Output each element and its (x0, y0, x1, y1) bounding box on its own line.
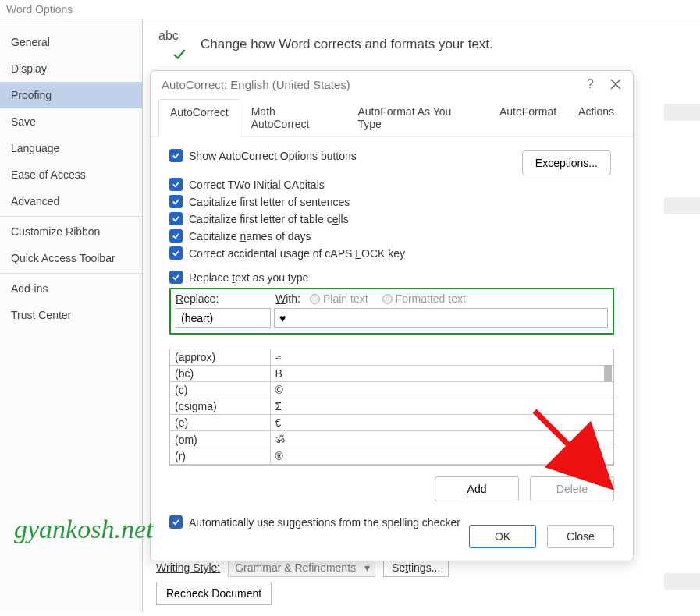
replace-with-highlight: Replace: With: Plain text Formatted text (169, 288, 614, 335)
checkbox-caps-lock[interactable] (169, 246, 183, 260)
sidebar-item-general[interactable]: General (0, 29, 142, 55)
table-row[interactable]: (bc)B (170, 366, 613, 382)
with-label: With: (275, 292, 310, 305)
tab-actions[interactable]: Actions (567, 99, 625, 136)
table-row[interactable]: (om)ॐ (170, 431, 613, 448)
tab-autoformat[interactable]: AutoFormat (489, 99, 567, 136)
checkbox-label: Replace text as you type (189, 271, 308, 284)
checkbox-label: Show AutoCorrect Options buttons (189, 150, 357, 162)
tab-autocorrect[interactable]: AutoCorrect (158, 99, 240, 137)
checkbox-label: Correct accidental usage of cAPS LOCK ke… (189, 247, 405, 260)
sidebar-item-proofing[interactable]: Proofing (0, 82, 142, 108)
sidebar-item-quick-access-toolbar[interactable]: Quick Access Toolbar (0, 245, 142, 271)
checkbox-label: Capitalize first letter of table cells (189, 213, 349, 225)
sidebar-item-advanced[interactable]: Advanced (0, 188, 142, 214)
sidebar-separator (0, 216, 142, 217)
bottom-controls: Writing Style: Grammar & Refinements Set… (156, 558, 449, 600)
radio-plain-text (310, 294, 320, 304)
tab-math-autocorrect[interactable]: Math AutoCorrect (240, 99, 347, 136)
checkbox-label: Correct TWo INitial CApitals (189, 179, 325, 191)
add-button[interactable]: Add (435, 476, 519, 501)
table-row[interactable]: (e)€ (170, 415, 613, 431)
ok-button[interactable]: OK (469, 525, 536, 548)
radio-formatted-text (382, 294, 393, 304)
scroll-track-segment (664, 104, 700, 121)
page-heading: Change how Word corrects and formats you… (201, 37, 493, 52)
tab-autoformat-as-you-type[interactable]: AutoFormat As You Type (346, 99, 489, 136)
radio-label-formatted: Formatted text (396, 292, 466, 305)
checkbox-label: Automatically use suggestions from the s… (189, 516, 460, 529)
window-title: Word Options (0, 0, 700, 19)
watermark: gyankosh.net (14, 515, 153, 544)
scroll-track-segment (664, 573, 700, 590)
sidebar-item-add-ins[interactable]: Add-ins (0, 275, 142, 302)
autocorrect-entries-table[interactable]: (approx)≈(bc)B(c)©(csigma)Σ(e)€(om)ॐ(r)® (169, 349, 614, 466)
table-row[interactable]: (approx)≈ (170, 349, 613, 366)
proofing-icon: abc (158, 30, 190, 58)
sidebar-item-language[interactable]: Language (0, 135, 142, 161)
recheck-document-button[interactable]: Recheck Document (156, 582, 272, 605)
scroll-track-segment (664, 197, 700, 214)
checkbox-two-caps[interactable] (169, 178, 183, 191)
exceptions-button[interactable]: Exceptions... (522, 150, 611, 175)
table-row[interactable]: (csigma)Σ (170, 398, 613, 415)
replace-label: Replace: (176, 292, 275, 305)
with-input[interactable] (274, 308, 608, 328)
checkbox-show-options[interactable] (169, 149, 183, 162)
delete-button[interactable]: Delete (530, 476, 614, 501)
checkbox-label: Capitalize first letter of sentences (189, 196, 350, 208)
close-button[interactable]: Close (547, 525, 614, 548)
sidebar-separator (0, 273, 142, 274)
checkbox-label: Capitalize names of days (189, 230, 311, 243)
sidebar-item-display[interactable]: Display (0, 55, 142, 82)
sidebar-item-trust-center[interactable]: Trust Center (0, 302, 142, 328)
writing-style-label: Writing Style: (156, 561, 220, 574)
table-row[interactable]: (c)© (170, 382, 613, 398)
checkbox-days-names[interactable] (169, 229, 183, 243)
checkbox-replace-type[interactable] (169, 271, 183, 284)
close-icon[interactable] (609, 78, 622, 90)
autocorrect-dialog: AutoCorrect: English (United States) ? A… (150, 70, 634, 561)
dialog-tabs: AutoCorrectMath AutoCorrectAutoFormat As… (151, 99, 633, 137)
sidebar-item-save[interactable]: Save (0, 108, 142, 135)
help-icon[interactable]: ? (587, 77, 594, 91)
checkbox-first-sentence[interactable] (169, 195, 183, 208)
scrollbar-thumb[interactable] (604, 365, 612, 382)
checkbox-table-cells[interactable] (169, 212, 183, 225)
replace-input[interactable] (176, 308, 271, 328)
sidebar-item-customize-ribbon[interactable]: Customize Ribbon (0, 218, 142, 245)
sidebar-item-ease-of-access[interactable]: Ease of Access (0, 161, 142, 188)
dialog-title: AutoCorrect: English (United States) (162, 78, 350, 91)
table-row[interactable]: (r)® (170, 448, 613, 465)
checkbox-auto-suggestions[interactable] (169, 515, 183, 529)
radio-label-plain: Plain text (323, 292, 368, 305)
